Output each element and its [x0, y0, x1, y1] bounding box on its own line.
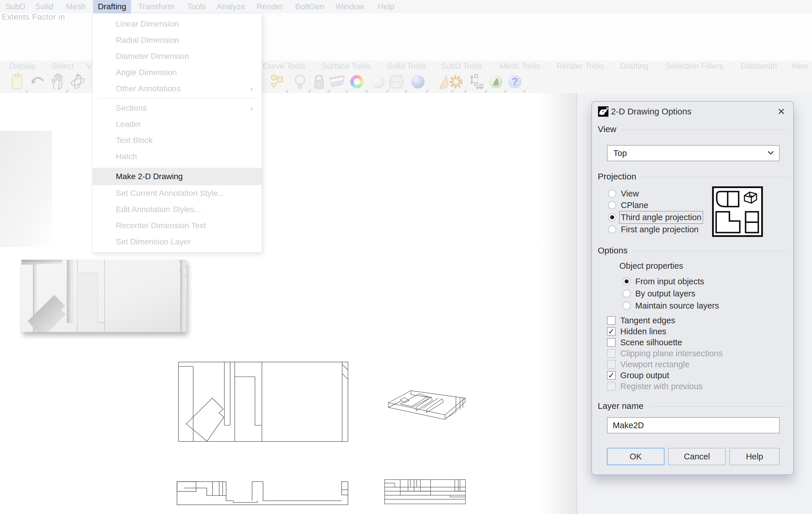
checkbox-hidden-lines[interactable]: ✓Hidden lines — [607, 326, 666, 336]
drafting-dropdown-menu: Linear Dimension Radial Dimension Diamet… — [92, 13, 262, 252]
menu-item-text-block[interactable]: Text Block — [93, 132, 262, 148]
submenu-arrow-icon: › — [250, 100, 253, 116]
clipboard-paste-icon[interactable] — [8, 73, 26, 91]
tab-selection-filters[interactable]: Selection Filters — [666, 59, 723, 73]
menu-drafting[interactable]: Drafting — [93, 0, 131, 13]
canvas-edge-fade — [540, 93, 577, 514]
sphere-grid-icon[interactable] — [387, 73, 405, 91]
menu-subd[interactable]: SubD — [5, 0, 25, 13]
menu-help[interactable]: Help — [378, 0, 395, 13]
chevron-down-icon — [767, 151, 774, 155]
2d-drawing-options-dialog: 8 2-D Drawing Options ✕ View Top Project… — [591, 101, 794, 475]
checkbox-group-output[interactable]: ✓Group output — [607, 371, 669, 380]
third-angle-projection-preview — [712, 186, 763, 237]
menu-mesh[interactable]: Mesh — [66, 0, 85, 13]
menu-analyze[interactable]: Analyze — [216, 0, 245, 13]
render-preview-icon[interactable] — [487, 73, 505, 91]
make2d-top-view — [178, 362, 349, 442]
layer-name-group-header: Layer name — [598, 401, 788, 411]
tab-select[interactable]: Select — [51, 59, 74, 73]
checkbox-register-with-previous: Register with previous — [607, 381, 702, 391]
menu-render[interactable]: Render — [256, 0, 283, 13]
rotate-view-icon[interactable] — [69, 73, 87, 91]
layer-name-input[interactable] — [607, 417, 780, 433]
menu-boltgen[interactable]: BoltGen — [295, 0, 324, 13]
sphere-icon[interactable] — [369, 73, 387, 91]
make2d-side-view — [384, 479, 466, 505]
menu-item-make-2d-drawing[interactable]: Make 2-D Drawing — [93, 168, 262, 185]
menu-item-set-dimension-layer[interactable]: Set Dimension Layer — [93, 234, 262, 250]
glossy-sphere-icon[interactable] — [409, 73, 427, 91]
object-properties-label: Object properties — [619, 261, 683, 271]
radio-projection-cplane[interactable]: CPlane — [608, 200, 648, 210]
menu-separator — [96, 166, 258, 166]
menu-window[interactable]: Window — [336, 0, 365, 13]
dialog-title: 2-D Drawing Options — [611, 107, 691, 116]
menu-solid[interactable]: Solid — [35, 0, 53, 13]
view-select[interactable]: Top — [607, 145, 780, 161]
tab-datasmith[interactable]: Datasmith — [741, 59, 777, 73]
tab-solid-tools[interactable]: Solid Tools — [387, 59, 426, 73]
undo-icon[interactable] — [28, 73, 46, 91]
cancel-button[interactable]: Cancel — [668, 448, 726, 465]
tab-subd-tools[interactable]: SubD Tools — [441, 59, 482, 73]
projection-group-header: Projection — [598, 172, 788, 182]
dimension-tools-icon[interactable] — [467, 73, 485, 91]
command-history-fragment: Extents Factor in — [2, 13, 65, 20]
left-panel-shadow — [0, 131, 52, 247]
tab-curve-tools[interactable]: Curve Tools — [263, 59, 305, 73]
help-button[interactable]: Help — [729, 448, 780, 465]
view-select-value: Top — [613, 145, 627, 161]
checkbox-scene-silhouette[interactable]: Scene silhouette — [607, 337, 682, 347]
menu-item-linear-dimension[interactable]: Linear Dimension — [93, 16, 262, 32]
tab-render-tools[interactable]: Render Tools — [556, 59, 604, 73]
tab-new[interactable]: New — [792, 59, 812, 73]
ok-button[interactable]: OK — [607, 448, 664, 465]
lock-icon[interactable] — [310, 73, 328, 91]
menu-item-diameter-dimension[interactable]: Diameter Dimension — [93, 48, 262, 64]
question-mark-glyph: ? — [508, 75, 522, 88]
pan-hand-icon[interactable] — [49, 73, 66, 91]
shaded-model-thumbnail — [20, 258, 192, 340]
menu-item-recenter-dimension-text[interactable]: Recenter Dimension Text — [93, 218, 262, 234]
menu-item-hatch[interactable]: Hatch — [93, 148, 262, 165]
menu-item-radial-dimension[interactable]: Radial Dimension — [93, 32, 262, 48]
viewport-border — [576, 93, 577, 514]
checkbox-tangent-edges[interactable]: Tangent edges — [607, 316, 675, 325]
help-icon[interactable]: ? — [506, 73, 524, 91]
tab-mesh-tools[interactable]: Mesh Tools — [499, 59, 540, 73]
color-wheel-icon[interactable] — [348, 73, 366, 91]
radio-projection-view[interactable]: View — [608, 188, 639, 199]
tab-display[interactable]: Display — [9, 59, 36, 73]
light-bulb-icon[interactable] — [291, 73, 309, 91]
radio-projection-first-angle[interactable]: First angle projection — [608, 224, 698, 235]
tab-drafting[interactable]: Drafting — [620, 59, 648, 73]
tab-partial[interactable]: V — [87, 59, 92, 73]
object-tools-icon[interactable] — [268, 73, 286, 91]
checkbox-clipping-plane-intersections: Clipping plane intersections — [607, 348, 723, 358]
radio-projection-third-angle[interactable]: Third angle projection — [608, 212, 701, 222]
rhino-app-icon: 8 — [598, 106, 609, 117]
close-icon[interactable]: ✕ — [777, 106, 785, 117]
rhino-window: SubD Solid Mesh Drafting Transform Tools… — [0, 0, 812, 514]
menu-item-edit-annotation-styles[interactable]: Edit Annotation Styles... — [93, 201, 262, 218]
make2d-front-view — [176, 478, 349, 506]
radio-by-output-layers[interactable]: By output layers — [622, 288, 695, 299]
menu-item-set-current-annotation-style[interactable]: Set Current Annotation Style... — [93, 185, 262, 201]
submenu-arrow-icon: › — [250, 81, 253, 97]
radio-from-input-objects[interactable]: From input objects — [622, 276, 704, 287]
menu-separator — [96, 98, 258, 99]
radio-maintain-source-layers[interactable]: Maintain source layers — [622, 300, 719, 311]
tab-surface-tools[interactable]: Surface Tools — [322, 59, 371, 73]
menu-tools[interactable]: Tools — [187, 0, 206, 13]
options-group-header: Options — [598, 246, 788, 255]
gear-icon[interactable] — [447, 73, 465, 91]
checkbox-viewport-rectangle: Viewport rectangle — [607, 359, 690, 369]
svg-text:8: 8 — [606, 106, 608, 111]
menu-item-leader[interactable]: Leader — [93, 116, 262, 132]
menu-transform[interactable]: Transform — [138, 0, 175, 13]
menu-item-other-annotations[interactable]: Other Annotations› — [93, 81, 262, 97]
clipping-wedge-icon[interactable] — [328, 73, 346, 91]
menu-item-angle-dimension[interactable]: Angle Dimension — [93, 64, 262, 81]
menu-item-sections[interactable]: Sections› — [93, 100, 262, 116]
